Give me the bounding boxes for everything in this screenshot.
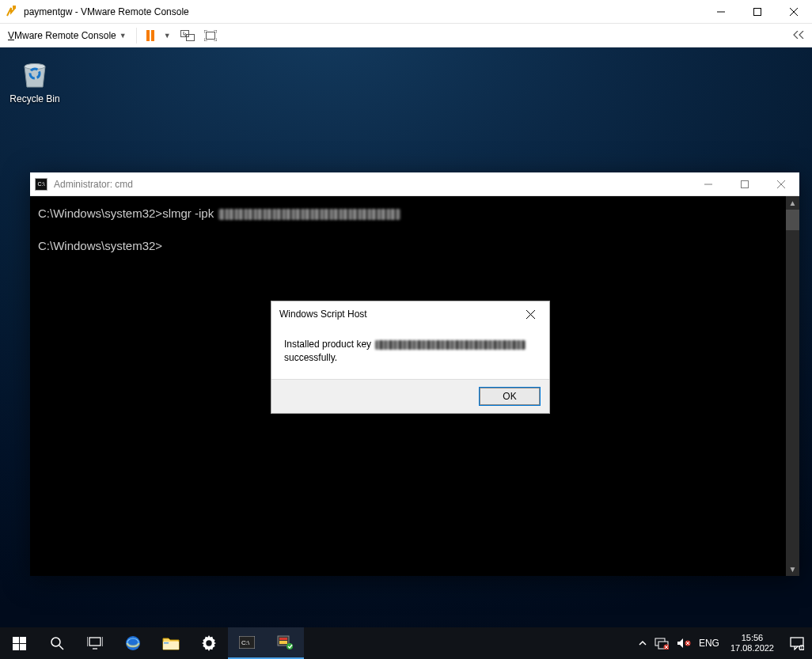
svg-point-19 [51, 638, 60, 646]
vmrc-window-buttons [703, 0, 812, 24]
cmd-blank-line [38, 222, 791, 237]
svg-rect-16 [20, 637, 26, 643]
recycle-bin-icon [18, 57, 51, 90]
tray-time: 15:56 [730, 633, 774, 643]
cmd-title: Administrator: cmd [54, 179, 684, 190]
send-ctrl-alt-del-icon[interactable] [177, 27, 198, 44]
svg-text:C:\: C:\ [241, 639, 250, 646]
dialog-footer: OK [271, 379, 549, 413]
vmrc-app-icon [3, 4, 19, 20]
maximize-button[interactable] [739, 0, 776, 24]
svg-rect-0 [13, 6, 16, 9]
cmd-titlebar[interactable]: C:\ Administrator: cmd [30, 172, 799, 196]
cmd-close-button[interactable] [763, 172, 799, 196]
dialog-titlebar[interactable]: Windows Script Host [271, 301, 549, 327]
search-button[interactable] [38, 627, 76, 659]
tray-language[interactable]: ENG [699, 638, 719, 649]
tray-volume-icon[interactable] [677, 637, 691, 650]
script-host-dialog: Windows Script Host Installed product ke… [271, 301, 550, 414]
fullscreen-icon[interactable] [201, 27, 220, 44]
svg-rect-21 [89, 638, 101, 646]
dialog-close-button[interactable] [519, 303, 541, 325]
cmd-scrollbar[interactable]: ▲ ▼ [786, 196, 799, 576]
svg-rect-5 [180, 30, 188, 36]
taskbar-cmd-button[interactable]: C:\ [228, 627, 266, 659]
cmd-window-buttons [690, 172, 799, 196]
redacted-key [218, 209, 400, 220]
recycle-bin-label: Recycle Bin [5, 93, 65, 104]
vm-desktop[interactable]: Recycle Bin C:\ Administrator: cmd C:\Wi… [0, 47, 812, 659]
dialog-ok-button[interactable]: OK [480, 388, 540, 405]
scroll-down-icon[interactable]: ▼ [786, 562, 799, 576]
system-tray: ENG 15:56 17.08.2022 [634, 627, 782, 659]
dialog-title: Windows Script Host [279, 309, 519, 320]
tray-chevron-icon[interactable] [639, 640, 647, 646]
recycle-bin-desktop-icon[interactable]: Recycle Bin [5, 57, 65, 104]
start-button[interactable] [0, 627, 38, 659]
cmd-maximize-button[interactable] [727, 172, 763, 196]
tray-network-icon[interactable] [655, 637, 669, 650]
power-dropdown[interactable]: ▼ [161, 28, 174, 43]
taskbar-spacer [304, 627, 634, 659]
taskbar-ie-button[interactable] [114, 627, 152, 659]
scroll-up-icon[interactable]: ▲ [786, 196, 799, 210]
vmrc-toolbar: VMware Remote Console ▼ ▼ [0, 24, 812, 47]
svg-rect-33 [279, 641, 287, 644]
toolbar-separator [136, 28, 137, 44]
svg-rect-15 [13, 637, 19, 643]
vmrc-title: paymentgw - VMware Remote Console [24, 6, 703, 17]
cmd-line-2: C:\Windows\system32> [38, 238, 791, 254]
task-view-button[interactable] [76, 627, 114, 659]
svg-rect-32 [279, 638, 287, 640]
tray-date: 17.08.2022 [730, 643, 774, 653]
pause-button[interactable] [143, 27, 157, 44]
close-button[interactable] [776, 0, 812, 24]
action-center-button[interactable]: 1 [782, 627, 812, 659]
taskbar: C:\ ENG 15:56 17.08.2022 1 [0, 627, 812, 659]
svg-rect-28 [164, 642, 169, 644]
svg-rect-18 [20, 644, 26, 650]
dialog-message: Installed product key successfully. [271, 327, 549, 379]
redacted-key-dialog [375, 340, 526, 350]
svg-rect-2 [754, 8, 761, 15]
minimize-button[interactable] [703, 0, 739, 24]
svg-rect-7 [206, 32, 214, 39]
toolbar-collapse-icon[interactable] [790, 27, 807, 44]
vmrc-menu-button[interactable]: VMware Remote Console ▼ [5, 28, 130, 44]
svg-line-20 [59, 646, 63, 650]
taskbar-server-manager-button[interactable] [266, 627, 304, 659]
vmrc-titlebar: paymentgw - VMware Remote Console [0, 0, 812, 24]
svg-rect-17 [13, 644, 19, 650]
taskbar-explorer-button[interactable] [152, 627, 190, 659]
svg-rect-10 [742, 180, 749, 187]
cmd-line-1: C:\Windows\system32>slmgr -ipk [38, 206, 791, 222]
scroll-thumb[interactable] [786, 210, 799, 230]
svg-rect-6 [186, 34, 194, 40]
cmd-icon: C:\ [35, 178, 47, 191]
tray-clock[interactable]: 15:56 17.08.2022 [727, 633, 777, 653]
cmd-minimize-button[interactable] [690, 172, 727, 196]
taskbar-settings-button[interactable] [190, 627, 228, 659]
